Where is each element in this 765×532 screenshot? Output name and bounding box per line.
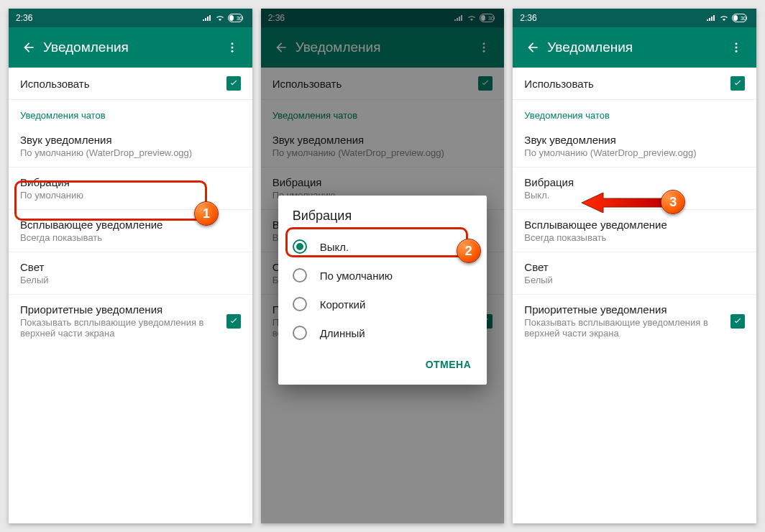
wifi-icon	[719, 14, 729, 22]
svg-point-4	[231, 47, 233, 49]
row-sub: По умолчанию (WaterDrop_preview.ogg)	[524, 147, 745, 158]
row-label: Вибрация	[524, 176, 745, 188]
option-label: Выкл.	[320, 241, 349, 253]
radio-icon	[293, 239, 307, 254]
option-label: По умолчанию	[320, 270, 393, 282]
svg-point-15	[736, 42, 738, 45]
row-sub: Показывать всплывающие уведомления в вер…	[524, 317, 730, 339]
row-label: Свет	[20, 261, 241, 273]
appbar: Уведомления	[513, 27, 756, 68]
row-sub: Всегда показывать	[524, 232, 745, 243]
dialog-option-off[interactable]: Выкл.	[278, 232, 487, 261]
row-sub: По умолчанию (WaterDrop_preview.ogg)	[20, 147, 241, 158]
statusbar: 2:36 30	[513, 9, 756, 27]
overflow-menu-button[interactable]	[722, 33, 751, 62]
signal-icon	[706, 14, 716, 22]
status-right: 30	[706, 14, 749, 22]
radio-icon	[293, 297, 307, 311]
settings-list: Использовать Уведомления чатов Звук увед…	[9, 68, 252, 523]
row-light[interactable]: Свет Белый	[9, 252, 252, 295]
checkbox-use[interactable]	[226, 76, 241, 91]
svg-rect-1	[229, 15, 234, 21]
svg-point-17	[736, 50, 738, 52]
settings-list: Использовать Уведомления чатов Звук увед…	[513, 68, 756, 523]
appbar: Уведомления	[9, 27, 252, 68]
statusbar: 2:36 30	[9, 9, 252, 27]
row-sub: Всегда показывать	[20, 232, 241, 243]
phone-screen-3: 2:36 30 Уведомления Использовать Уведомл…	[513, 9, 756, 523]
back-button[interactable]	[14, 33, 43, 62]
status-time: 2:36	[520, 13, 536, 23]
svg-rect-13	[733, 15, 738, 21]
wifi-icon	[215, 14, 225, 22]
phone-screen-2: 2:36 30 Уведомления Использовать Уведомл…	[261, 9, 505, 523]
row-sub: Белый	[524, 275, 745, 285]
appbar-title: Уведомления	[43, 40, 218, 55]
row-label: Приоритетные уведомления	[524, 303, 730, 316]
more-vert-icon	[730, 41, 743, 54]
option-label: Короткий	[320, 298, 366, 311]
radio-icon	[293, 326, 307, 340]
radio-icon	[293, 268, 307, 283]
row-sub: Выкл.	[524, 190, 745, 201]
status-right: 30	[202, 14, 245, 22]
battery-icon: 30	[228, 14, 245, 22]
svg-point-16	[736, 47, 738, 49]
row-sub: Белый	[20, 275, 241, 285]
section-chat-notifications: Уведомления чатов	[513, 100, 756, 125]
row-label: Приоритетные уведомления	[20, 303, 226, 316]
more-vert-icon	[226, 41, 239, 54]
row-use-notifications[interactable]: Использовать	[513, 68, 756, 100]
check-icon	[229, 316, 239, 326]
back-button[interactable]	[518, 33, 547, 62]
row-label: Свет	[524, 261, 745, 273]
section-chat-notifications: Уведомления чатов	[9, 100, 252, 125]
row-sub: Показывать всплывающие уведомления в вер…	[20, 317, 226, 339]
row-label: Использовать	[524, 78, 730, 90]
row-label: Звук уведомления	[524, 134, 745, 146]
dialog-option-long[interactable]: Длинный	[278, 318, 487, 347]
checkbox-priority[interactable]	[226, 314, 241, 329]
option-label: Длинный	[320, 327, 365, 339]
vibration-dialog: Вибрация Выкл. По умолчанию Короткий Дли…	[278, 196, 487, 385]
appbar-title: Уведомления	[547, 40, 722, 55]
svg-text:30: 30	[741, 16, 746, 21]
dialog-title: Вибрация	[278, 196, 487, 232]
checkbox-priority[interactable]	[730, 314, 745, 329]
check-icon	[229, 78, 239, 88]
annotation-badge-2: 2	[457, 239, 481, 263]
row-vibration[interactable]: Вибрация По умолчанию	[9, 168, 252, 210]
row-light[interactable]: Свет Белый	[513, 252, 756, 295]
row-use-notifications[interactable]: Использовать	[9, 68, 252, 100]
status-time: 2:36	[16, 13, 32, 23]
row-priority[interactable]: Приоритетные уведомления Показывать вспл…	[9, 295, 252, 347]
row-notification-sound[interactable]: Звук уведомления По умолчанию (WaterDrop…	[9, 125, 252, 168]
dialog-option-default[interactable]: По умолчанию	[278, 261, 487, 290]
battery-icon: 30	[732, 14, 749, 22]
signal-icon	[202, 14, 212, 22]
phone-screen-1: 2:36 30 Уведомления Использовать Уведомл…	[9, 9, 252, 523]
svg-text:30: 30	[237, 16, 242, 21]
arrow-left-icon	[22, 40, 36, 55]
svg-point-5	[231, 50, 233, 52]
arrow-left-icon	[526, 40, 540, 55]
row-label: Всплывающее уведомление	[524, 219, 745, 231]
annotation-badge-1: 1	[194, 201, 219, 226]
checkbox-use[interactable]	[730, 76, 745, 91]
row-label: Звук уведомления	[20, 134, 241, 146]
row-priority[interactable]: Приоритетные уведомления Показывать вспл…	[513, 295, 756, 347]
overflow-menu-button[interactable]	[218, 33, 247, 62]
row-label: Вибрация	[20, 176, 241, 188]
svg-point-3	[231, 42, 233, 45]
row-notification-sound[interactable]: Звук уведомления По умолчанию (WaterDrop…	[513, 125, 756, 168]
row-sub: По умолчанию	[20, 190, 241, 201]
dialog-cancel-button[interactable]: ОТМЕНА	[418, 353, 479, 376]
check-icon	[733, 78, 743, 88]
dialog-option-short[interactable]: Короткий	[278, 290, 487, 318]
row-label: Использовать	[20, 78, 226, 90]
row-vibration[interactable]: Вибрация Выкл.	[513, 168, 756, 210]
check-icon	[733, 316, 743, 326]
row-popup[interactable]: Всплывающее уведомление Всегда показыват…	[513, 210, 756, 252]
